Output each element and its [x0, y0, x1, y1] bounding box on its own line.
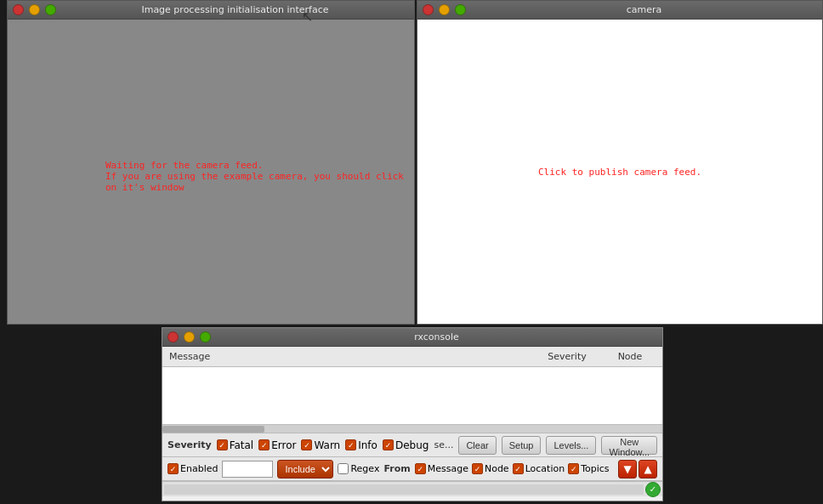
fatal-checkbox-item: Fatal: [217, 439, 254, 451]
from-filter-checks: Message Node Location Topics: [415, 463, 610, 474]
new-window-button[interactable]: New Window...: [601, 436, 657, 455]
error-checkbox[interactable]: [258, 439, 270, 450]
info-checkbox-item: Info: [345, 439, 377, 451]
filter-text-input[interactable]: [222, 461, 273, 478]
nav-up-btn[interactable]: ▲: [639, 460, 657, 479]
camera-click-message: Click to publish camera feed.: [538, 167, 701, 178]
camera-window-content[interactable]: Click to publish camera feed.: [417, 20, 822, 324]
clear-button[interactable]: Clear: [458, 436, 496, 455]
rxconsole-window-title: rxconsole: [216, 331, 657, 343]
topics-filter-label: Topics: [581, 463, 609, 474]
setup-button[interactable]: Setup: [502, 436, 542, 455]
main-window-title: Image processing initialisation interfac…: [61, 4, 409, 15]
warn-label: Warn: [314, 439, 340, 451]
camera-window-title: camera: [471, 4, 817, 15]
message-filter-item: Message: [415, 463, 468, 474]
info-label: Info: [358, 439, 377, 451]
fatal-checkbox[interactable]: [217, 439, 228, 450]
location-filter-label: Location: [525, 463, 565, 474]
console-bottom-bar: ✓: [162, 481, 662, 496]
regex-checkbox[interactable]: [338, 463, 349, 474]
rxconsole-window: rxconsole Message Severity Node Severity…: [162, 327, 663, 501]
scrollbar-thumb[interactable]: [162, 426, 264, 433]
camera-minimize-btn[interactable]: [439, 4, 450, 15]
levels-button[interactable]: Levels...: [546, 436, 596, 455]
debug-label: Debug: [395, 439, 429, 451]
rxconsole-titlebar: rxconsole: [162, 328, 662, 347]
info-checkbox[interactable]: [345, 439, 356, 450]
bottom-scrollbar[interactable]: [164, 484, 644, 495]
header-message: Message: [169, 351, 530, 362]
nav-down-btn[interactable]: ▼: [618, 460, 637, 479]
main-close-btn[interactable]: [13, 4, 24, 15]
main-window: Image processing initialisation interfac…: [7, 0, 415, 325]
node-filter-label: Node: [485, 463, 509, 474]
rxconsole-minimize-btn[interactable]: [184, 331, 195, 343]
location-filter-item: Location: [513, 463, 565, 474]
camera-window: camera Click to publish camera feed.: [417, 0, 823, 325]
regex-label: Regex: [350, 463, 379, 474]
navigation-buttons: ▼ ▲: [618, 460, 657, 479]
header-node: Node: [604, 351, 656, 362]
message-filter-label: Message: [428, 463, 468, 474]
camera-waiting-message: Waiting for the camera feed. If you are …: [105, 160, 414, 193]
header-severity: Severity: [533, 351, 601, 362]
rxconsole-maximize-btn[interactable]: [200, 331, 211, 343]
topics-filter-item: Topics: [568, 463, 609, 474]
regex-checkbox-item: Regex: [338, 463, 379, 474]
enabled-label: Enabled: [180, 463, 218, 474]
location-filter-checkbox[interactable]: [513, 463, 524, 474]
node-filter-checkbox[interactable]: [472, 463, 483, 474]
error-label: Error: [271, 439, 296, 451]
fatal-label: Fatal: [230, 439, 254, 451]
message-filter-checkbox[interactable]: [415, 463, 426, 474]
camera-maximize-btn[interactable]: [455, 4, 466, 15]
severity-label: Severity: [167, 439, 212, 450]
green-action-btn[interactable]: ✓: [645, 482, 661, 497]
se-label: se...: [434, 439, 453, 450]
main-window-content: Waiting for the camera feed. If you are …: [8, 20, 414, 324]
rxconsole-close-btn[interactable]: [167, 331, 179, 343]
warn-checkbox-item: Warn: [301, 439, 340, 451]
from-label: From: [383, 463, 410, 474]
enabled-checkbox-item: Enabled: [167, 463, 218, 474]
topics-filter-checkbox[interactable]: [568, 463, 579, 474]
include-select[interactable]: Include: [277, 460, 333, 479]
main-maximize-btn[interactable]: [45, 4, 56, 15]
camera-titlebar: camera: [417, 1, 822, 20]
debug-checkbox-item: Debug: [383, 439, 429, 451]
main-titlebar: Image processing initialisation interfac…: [8, 1, 414, 20]
warn-checkbox[interactable]: [301, 439, 312, 450]
debug-checkbox[interactable]: [383, 439, 394, 450]
node-filter-item: Node: [472, 463, 509, 474]
camera-close-btn[interactable]: [423, 4, 434, 15]
error-checkbox-item: Error: [258, 439, 296, 451]
console-header: Message Severity Node: [162, 347, 662, 367]
severity-controls-row: Severity Fatal Error Warn Info Debug se.…: [162, 433, 662, 457]
main-minimize-btn[interactable]: [29, 4, 40, 15]
enabled-checkbox[interactable]: [167, 463, 179, 474]
filter-row: Enabled Include Regex From Message Node …: [162, 457, 662, 481]
console-log-area: [162, 367, 662, 425]
console-scrollbar[interactable]: [162, 425, 662, 433]
